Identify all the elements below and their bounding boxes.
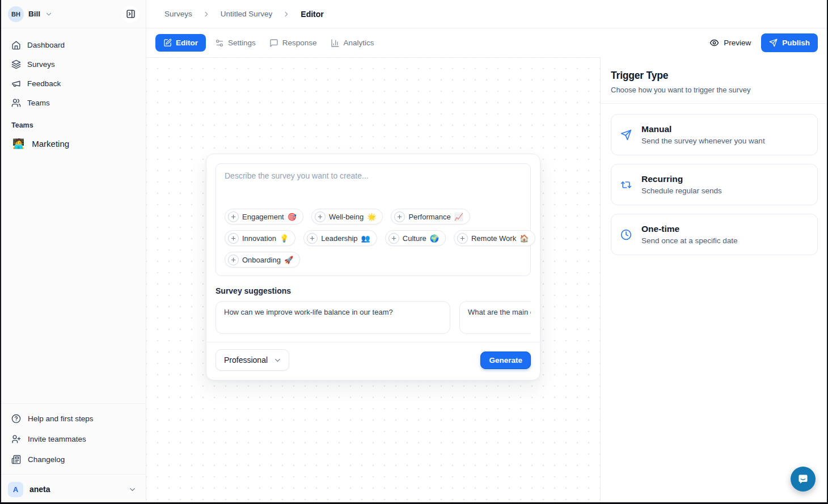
preview-button[interactable]: Preview	[709, 38, 751, 48]
workspace-avatar: BH	[8, 6, 24, 22]
users-icon	[11, 98, 21, 108]
breadcrumb-surveys[interactable]: Surveys	[164, 10, 192, 18]
trigger-option-title: One-time	[641, 224, 738, 234]
tab-editor[interactable]: Editor	[155, 34, 206, 52]
topic-chip-onboarding[interactable]: Onboarding 🚀	[225, 252, 300, 268]
suggestions-title: Survey suggestions	[216, 286, 531, 295]
plus-circle-icon	[394, 211, 405, 222]
panel-title: Trigger Type	[611, 70, 818, 82]
eye-icon	[709, 38, 719, 48]
team-emoji: 🧑‍💻	[12, 139, 24, 149]
account-menu[interactable]: A aneta	[0, 474, 146, 504]
chip-label: Engagement	[242, 213, 284, 221]
trigger-option-one-time[interactable]: One-time Send once at a specific date	[611, 214, 818, 255]
tab-label: Response	[282, 39, 317, 47]
breadcrumb: Surveys Untitled Survey Editor	[146, 0, 828, 28]
publish-button[interactable]: Publish	[761, 33, 818, 52]
survey-prompt-input[interactable]	[225, 171, 522, 209]
layers-icon	[11, 60, 21, 69]
trigger-option-text: One-time Send once at a specific date	[641, 224, 738, 245]
sidebar-item-team-marketing[interactable]: 🧑‍💻 Marketing	[6, 133, 140, 154]
prompt-box: Engagement 🎯 Well-being 🌟	[216, 163, 531, 276]
chat-bubble-icon	[797, 473, 809, 485]
chevron-down-icon	[45, 10, 53, 18]
topic-chip-innovation[interactable]: Innovation 💡	[225, 230, 295, 246]
breadcrumb-untitled-survey[interactable]: Untitled Survey	[221, 10, 273, 18]
tab-settings[interactable]: Settings	[208, 34, 263, 52]
workspace-switcher[interactable]: BH Bill	[0, 0, 146, 28]
chip-label: Culture	[403, 234, 426, 243]
app-window: BH Bill Dashboard Surv	[0, 0, 828, 504]
chip-label: Remote Work	[471, 234, 516, 243]
tab-label: Settings	[228, 39, 256, 47]
trigger-options: Manual Send the survey whenever you want…	[601, 104, 828, 274]
chip-emoji: 👥	[361, 235, 370, 242]
topic-chip-remote-work[interactable]: Remote Work 🏠	[454, 230, 535, 246]
clock-icon	[620, 229, 632, 240]
tone-select[interactable]: Professional	[216, 349, 289, 371]
sidebar-collapse-button[interactable]	[122, 6, 139, 23]
chip-row: Onboarding 🚀	[225, 252, 522, 268]
trigger-option-recurring[interactable]: Recurring Schedule regular sends	[611, 164, 818, 205]
topic-chips: Engagement 🎯 Well-being 🌟	[225, 209, 522, 268]
content-row: Engagement 🎯 Well-being 🌟	[146, 57, 828, 504]
preview-label: Preview	[724, 39, 751, 47]
sidebar-item-label: Invite teammates	[28, 435, 86, 443]
sidebar-item-label: Teams	[27, 99, 50, 107]
topic-chip-well-being[interactable]: Well-being 🌟	[311, 209, 383, 225]
suggestion-card[interactable]: How can we improve work-life balance in …	[216, 301, 450, 334]
chip-label: Well-being	[329, 213, 364, 221]
trigger-option-title: Recurring	[641, 174, 722, 184]
sidebar-item-changelog[interactable]: Changelog	[6, 449, 140, 469]
sidebar-item-label: Help and first steps	[28, 414, 94, 423]
sidebar-item-label: Surveys	[27, 60, 55, 69]
trigger-option-text: Recurring Schedule regular sends	[641, 174, 722, 195]
editor-canvas[interactable]: Engagement 🎯 Well-being 🌟	[146, 57, 600, 504]
tab-bar: Editor Settings Response Analytics	[146, 28, 828, 57]
tab-bar-actions: Preview Publish	[709, 33, 818, 52]
plus-circle-icon	[228, 233, 239, 244]
topic-chip-culture[interactable]: Culture 🌍	[385, 230, 446, 246]
tab-analytics[interactable]: Analytics	[324, 34, 381, 52]
sidebar-item-label: Changelog	[28, 455, 65, 464]
breadcrumb-editor: Editor	[301, 10, 323, 19]
sidebar-item-dashboard[interactable]: Dashboard	[6, 35, 140, 54]
sidebar-item-label: Dashboard	[27, 41, 65, 49]
chevron-right-icon	[282, 10, 290, 18]
sidebar-footer-nav: Help and first steps Invite teammates Ch…	[0, 403, 146, 474]
sliders-icon	[215, 39, 224, 48]
main-column: Surveys Untitled Survey Editor Editor	[146, 0, 828, 504]
sidebar-item-help[interactable]: Help and first steps	[6, 408, 140, 429]
suggestion-card[interactable]: What are the main ob	[459, 301, 531, 334]
send-icon	[620, 129, 632, 141]
chip-row: Engagement 🎯 Well-being 🌟	[225, 209, 522, 225]
trigger-option-manual[interactable]: Manual Send the survey whenever you want	[611, 114, 818, 155]
chip-row: Innovation 💡 Leadership 👥	[225, 230, 522, 246]
pencil-square-icon	[163, 39, 172, 47]
chip-emoji: 🏠	[519, 235, 529, 242]
composer-footer: Professional Generate	[206, 342, 540, 371]
sidebar-item-label: Feedback	[27, 79, 61, 88]
plus-circle-icon	[307, 233, 318, 244]
sidebar-spacer	[0, 154, 146, 403]
topic-chip-performance[interactable]: Performance 📈	[391, 209, 470, 225]
chip-emoji: 🌟	[367, 213, 376, 221]
newspaper-icon	[11, 455, 21, 464]
account-name: aneta	[29, 485, 50, 494]
chip-label: Onboarding	[242, 256, 281, 264]
chip-label: Innovation	[242, 234, 276, 243]
tone-select-value: Professional	[224, 355, 268, 365]
plus-circle-icon	[388, 233, 399, 244]
sidebar-item-invite[interactable]: Invite teammates	[6, 429, 140, 449]
chip-emoji: 🌍	[430, 235, 439, 242]
chat-launcher-button[interactable]	[791, 467, 816, 492]
topic-chip-leadership[interactable]: Leadership 👥	[303, 230, 377, 246]
topic-chip-engagement[interactable]: Engagement 🎯	[225, 209, 303, 225]
sidebar-item-teams[interactable]: Teams	[6, 93, 140, 112]
tab-response[interactable]: Response	[263, 34, 324, 52]
sidebar-item-feedback[interactable]: Feedback	[6, 74, 140, 93]
panel-subtitle: Choose how you want to trigger the surve…	[611, 86, 818, 94]
sidebar-item-surveys[interactable]: Surveys	[6, 54, 140, 74]
generate-button[interactable]: Generate	[480, 351, 531, 369]
help-circle-icon	[11, 414, 21, 423]
